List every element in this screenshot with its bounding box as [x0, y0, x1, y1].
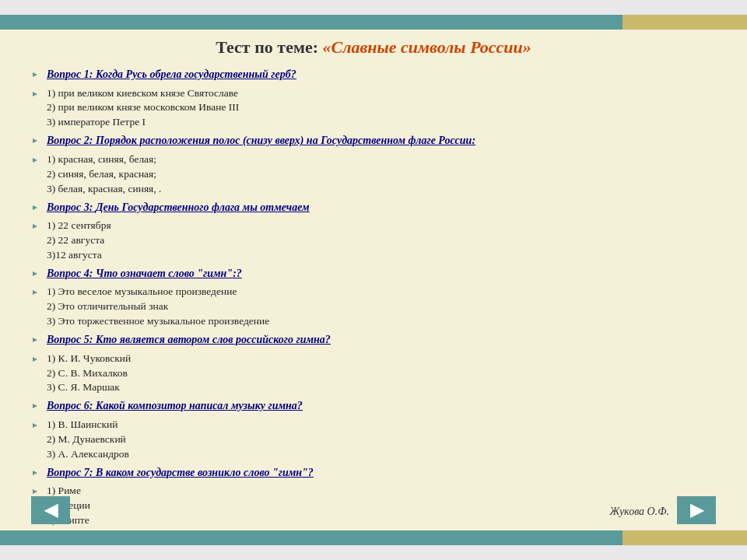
- svg-marker-9: [33, 357, 37, 362]
- questions-list: Вопрос 1: Когда Русь обрела государствен…: [31, 67, 716, 528]
- bullet-icon: [31, 466, 44, 481]
- question-1-text: Вопрос 1: Когда Русь обрела государствен…: [47, 67, 296, 82]
- page-title: Тест по теме: «Славные символы России»: [31, 37, 716, 58]
- bullet-icon: [31, 333, 44, 348]
- list-item: Вопрос 7: В каком государстве возникло с…: [31, 465, 716, 481]
- bullet-icon: [31, 153, 44, 169]
- list-item: Вопрос 1: Когда Русь обрела государствен…: [31, 67, 716, 83]
- svg-marker-1: [33, 92, 37, 96]
- bullet-icon: [31, 134, 44, 149]
- svg-marker-13: [33, 489, 37, 494]
- list-item: Вопрос 4: Что означает слово "гимн":?: [31, 266, 716, 282]
- list-item: 1) Это веселое музыкальное произведение2…: [31, 285, 716, 329]
- list-item: Вопрос 3: День Государственного флага мы…: [31, 200, 716, 216]
- list-item: 1) при великом киевском князе Святославе…: [31, 86, 716, 131]
- list-item: Вопрос 5: Кто является автором слов росс…: [31, 332, 716, 348]
- bullet-icon: [31, 267, 44, 282]
- bottom-decorative-bar: [0, 530, 747, 560]
- answer-3-text: 1) 22 сентября2) 22 августа3)12 августа: [47, 219, 111, 263]
- svg-marker-8: [33, 338, 37, 342]
- svg-marker-10: [33, 404, 37, 408]
- list-item: Вопрос 6: Какой композитор написал музык…: [31, 398, 716, 415]
- list-item: 1) 22 сентября2) 22 августа3)12 августа: [31, 219, 716, 263]
- svg-marker-2: [33, 138, 37, 143]
- answer-5-text: 1) К. И. Чуковский2) С. В. Михалков3) С.…: [47, 352, 131, 396]
- svg-marker-3: [33, 158, 37, 163]
- bullet-icon: [31, 399, 44, 415]
- list-item: Вопрос 2: Порядок расположения полос (сн…: [31, 133, 716, 149]
- svg-marker-12: [33, 471, 37, 475]
- svg-marker-11: [33, 423, 37, 428]
- bullet-icon: [31, 68, 44, 83]
- question-3-text: Вопрос 3: День Государственного флага мы…: [47, 200, 310, 215]
- title-highlight: «Славные символы России»: [322, 37, 531, 57]
- left-arrow-icon: ◀: [44, 500, 58, 520]
- author-label: Жукова О.Ф.: [610, 506, 670, 518]
- svg-marker-5: [33, 224, 37, 229]
- svg-marker-7: [33, 290, 37, 295]
- answer-6-text: 1) В. Шаинский2) М. Дунаевский3) А. Алек…: [47, 418, 129, 462]
- list-item: 1) красная, синяя, белая;2) синяя, белая…: [31, 152, 716, 197]
- list-item: 1) В. Шаинский2) М. Дунаевский3) А. Алек…: [31, 418, 716, 462]
- bullet-icon: [31, 418, 44, 434]
- main-content: Тест по теме: «Славные символы России» В…: [0, 30, 747, 530]
- svg-marker-6: [33, 271, 37, 276]
- nav-left-button[interactable]: ◀: [31, 496, 70, 524]
- answer-1-text: 1) при великом киевском князе Святославе…: [47, 86, 239, 131]
- question-4-text: Вопрос 4: Что означает слово "гимн":?: [47, 266, 242, 282]
- right-arrow-icon: ▶: [690, 500, 703, 520]
- nav-right-button[interactable]: ▶: [677, 496, 716, 524]
- svg-marker-4: [33, 205, 37, 210]
- top-decorative-bar: [0, 0, 747, 30]
- bullet-icon: [31, 219, 44, 235]
- title-prefix: Тест по теме:: [216, 37, 318, 57]
- bullet-icon: [31, 352, 44, 368]
- bullet-icon: [31, 87, 44, 103]
- question-6-text: Вопрос 6: Какой композитор написал музык…: [47, 398, 303, 414]
- question-7-text: Вопрос 7: В каком государстве возникло с…: [47, 465, 314, 481]
- list-item: 1) К. И. Чуковский2) С. В. Михалков3) С.…: [31, 352, 716, 396]
- question-5-text: Вопрос 5: Кто является автором слов росс…: [47, 332, 331, 348]
- answer-2-text: 1) красная, синяя, белая;2) синяя, белая…: [47, 152, 161, 197]
- question-2-text: Вопрос 2: Порядок расположения полос (сн…: [47, 133, 475, 149]
- bullet-icon: [31, 201, 44, 216]
- answer-4-text: 1) Это веселое музыкальное произведение2…: [47, 285, 269, 329]
- bullet-icon: [31, 285, 44, 301]
- svg-marker-0: [33, 72, 37, 77]
